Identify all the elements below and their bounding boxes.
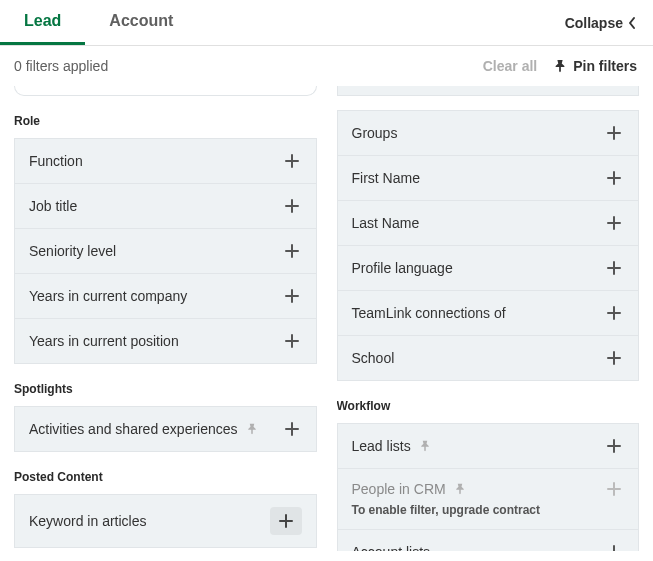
filter-label: TeamLink connections of [352,305,506,321]
partial-card-top [337,86,640,96]
clear-all-button[interactable]: Clear all [483,58,537,74]
filter-activities[interactable]: Activities and shared experiences [14,406,317,452]
add-icon [604,479,624,499]
filter-label: Job title [29,198,77,214]
tabs: Lead Account [0,0,197,45]
filter-toolbar: 0 filters applied Clear all Pin filters [0,46,653,86]
chevron-left-icon [627,16,637,30]
tab-account[interactable]: Account [85,0,197,45]
filter-label: First Name [352,170,420,186]
filter-school[interactable]: School [337,336,640,381]
filter-label: Years in current position [29,333,179,349]
add-icon[interactable] [604,123,624,143]
group-personal: Groups First Name Last Name [337,110,640,381]
filter-job-title[interactable]: Job title [14,184,317,229]
filter-label: Years in current company [29,288,187,304]
add-icon[interactable] [282,196,302,216]
group-posted-content: Posted Content Keyword in articles [14,470,317,548]
filter-tabs-row: Lead Account Collapse [0,0,653,46]
filter-profile-language[interactable]: Profile language [337,246,640,291]
filter-seniority[interactable]: Seniority level [14,229,317,274]
filter-lead-lists[interactable]: Lead lists [337,423,640,469]
filter-last-name[interactable]: Last Name [337,201,640,246]
filter-people-crm: People in CRM To enable filter, upgrade … [337,469,640,530]
filter-label: Profile language [352,260,453,276]
group-spotlights: Spotlights Activities and shared experie… [14,382,317,452]
filter-first-name[interactable]: First Name [337,156,640,201]
filter-years-position[interactable]: Years in current position [14,319,317,364]
add-icon[interactable] [282,151,302,171]
add-icon[interactable] [604,348,624,368]
filter-label: People in CRM [352,481,446,497]
group-role: Role Function Job title Seniority level [14,114,317,364]
filter-label: Groups [352,125,398,141]
add-icon[interactable] [282,419,302,439]
add-icon[interactable] [604,213,624,233]
group-title-workflow: Workflow [337,399,640,413]
add-icon[interactable] [282,286,302,306]
add-icon[interactable] [270,507,302,535]
add-icon[interactable] [604,542,624,551]
filter-label: Account lists [352,544,431,551]
group-title-posted-content: Posted Content [14,470,317,484]
filter-account-lists[interactable]: Account lists [337,530,640,551]
add-icon[interactable] [604,303,624,323]
add-icon[interactable] [282,331,302,351]
add-icon[interactable] [604,436,624,456]
collapse-button[interactable]: Collapse [565,15,637,31]
pin-icon [454,483,466,495]
filter-label: Lead lists [352,438,411,454]
collapse-label: Collapse [565,15,623,31]
group-title-spotlights: Spotlights [14,382,317,396]
filter-keyword-articles[interactable]: Keyword in articles [14,494,317,548]
pin-icon [553,59,567,73]
partial-card-top [14,86,317,96]
right-column: Groups First Name Last Name [337,86,640,551]
filter-label: Activities and shared experiences [29,421,238,437]
add-icon[interactable] [604,168,624,188]
group-workflow: Workflow Lead lists People in CRM [337,399,640,551]
pin-filters-button[interactable]: Pin filters [553,58,637,74]
filter-label: School [352,350,395,366]
filter-years-company[interactable]: Years in current company [14,274,317,319]
tab-lead[interactable]: Lead [0,0,85,45]
filter-subnote: To enable filter, upgrade contract [352,503,540,517]
filter-label: Function [29,153,83,169]
filter-label: Seniority level [29,243,116,259]
filter-groups[interactable]: Groups [337,110,640,156]
pin-icon [246,423,258,435]
left-column: Role Function Job title Seniority level [14,86,317,551]
filter-label: Last Name [352,215,420,231]
pin-filters-label: Pin filters [573,58,637,74]
add-icon[interactable] [604,258,624,278]
filter-teamlink[interactable]: TeamLink connections of [337,291,640,336]
pin-icon [419,440,431,452]
group-title-role: Role [14,114,317,128]
applied-filters-count: 0 filters applied [14,58,108,74]
add-icon[interactable] [282,241,302,261]
filter-function[interactable]: Function [14,138,317,184]
filter-label: Keyword in articles [29,513,147,529]
